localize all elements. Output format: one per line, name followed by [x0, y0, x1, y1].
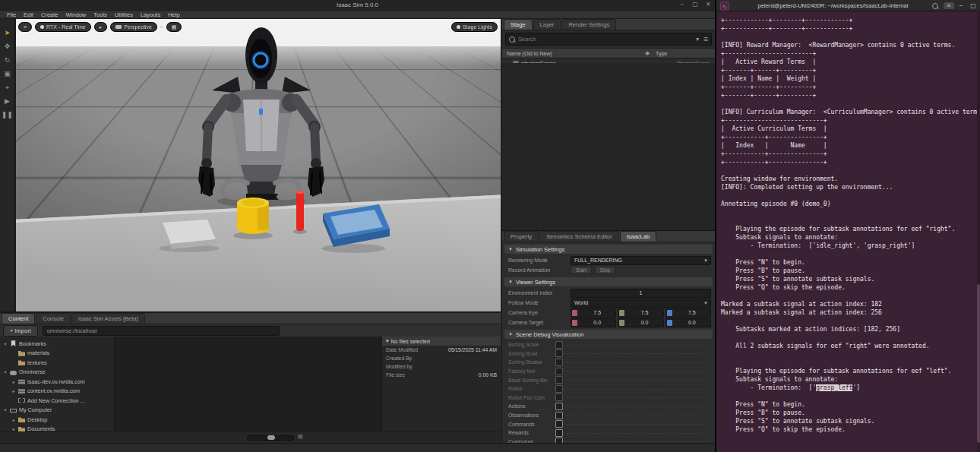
- content-browser-panel: ContentConsoleIsaac Sim Assets [Beta] + …: [0, 311, 501, 443]
- tree-item-my-computer[interactable]: ▾ My Computer: [0, 406, 114, 416]
- menu-icon[interactable]: ≡: [944, 2, 954, 9]
- stage-tab-layer[interactable]: Layer: [533, 19, 561, 30]
- viewport-menu-button[interactable]: ≡: [18, 22, 32, 32]
- terminal-scrollbar[interactable]: [977, 11, 980, 452]
- terminal-output[interactable]: +------------+--------+------------++---…: [716, 11, 977, 452]
- menu-item-tools[interactable]: Tools: [90, 11, 111, 18]
- renderer-button[interactable]: RTX - Real Time: [35, 22, 91, 32]
- checkbox[interactable]: [555, 376, 563, 384]
- stage-tree-empty-area[interactable]: [502, 63, 715, 230]
- camera-target-x-field[interactable]: 0.0: [571, 318, 616, 327]
- section-viewer-settings[interactable]: ▼ Viewer Settings: [504, 277, 713, 286]
- environment-index-field[interactable]: 1: [571, 289, 711, 298]
- thumbnail-size-slider[interactable]: [247, 435, 294, 441]
- checkbox[interactable]: [555, 438, 563, 443]
- audio-button[interactable]: ▸: [94, 22, 108, 32]
- checkbox[interactable]: [555, 394, 563, 401]
- scale-tool[interactable]: ▣: [4, 71, 11, 77]
- content-tab-content[interactable]: Content: [2, 313, 35, 324]
- camera-eye-y-field[interactable]: 7.5: [618, 308, 663, 318]
- yellow-bowl: [237, 198, 269, 234]
- play-button[interactable]: ▶: [5, 98, 10, 105]
- stage-tab-stage[interactable]: Stage: [504, 19, 533, 30]
- folder-icon: [18, 359, 25, 365]
- tree-item-desktop[interactable]: ▸ Desktop: [0, 415, 114, 425]
- menu-item-help[interactable]: Help: [164, 11, 183, 18]
- menu-item-edit[interactable]: Edit: [20, 11, 37, 18]
- camera-target-z-field[interactable]: 0.0: [665, 318, 711, 327]
- left-column: ➤✥↻▣⌖▶❚❚: [0, 19, 501, 443]
- tree-item-bookmarks[interactable]: ▾ Bookmarks: [0, 339, 114, 349]
- record-stop-button[interactable]: Stop: [595, 266, 615, 274]
- chevron-down-icon: ▼: [508, 280, 513, 284]
- maximize-icon[interactable]: ▢: [968, 2, 978, 9]
- menu-item-window[interactable]: Window: [62, 11, 90, 18]
- stage-tab-render-settings[interactable]: Render Settings: [561, 19, 616, 30]
- section-scene-debug-visualization[interactable]: ▼ Scene Debug Visualization: [504, 330, 713, 339]
- stage-search[interactable]: Search ▼ ☰: [505, 33, 712, 46]
- debug-vis-row-robot-pov-cam: Robot Pov Cam: [502, 394, 715, 403]
- filter-icon[interactable]: ▼: [695, 36, 700, 42]
- menu-bar: FileEditCreateWindowToolsUtilitiesLayout…: [0, 11, 715, 19]
- checkbox[interactable]: [555, 349, 563, 357]
- checkbox[interactable]: [555, 420, 563, 428]
- options-icon[interactable]: ☰: [703, 36, 708, 43]
- record-animation-row: Record Animation Start Stop: [502, 265, 715, 275]
- checkbox[interactable]: [555, 341, 563, 349]
- minimize-icon[interactable]: −: [956, 2, 966, 9]
- section-simulation-settings[interactable]: ▼ Simulation Settings: [504, 245, 713, 254]
- checkbox[interactable]: [555, 412, 563, 419]
- select-tool[interactable]: ➤: [5, 30, 11, 36]
- checkbox[interactable]: [555, 385, 563, 393]
- tree-item-isaac-dev-ov-nvidia-com[interactable]: ▸ isaac-dev.ov.nvidia.com: [0, 377, 114, 387]
- menu-item-layouts[interactable]: Layouts: [137, 11, 164, 18]
- camera-eye-x-field[interactable]: 7.5: [571, 308, 616, 318]
- path-field[interactable]: omniverse://localhost: [43, 326, 280, 336]
- content-tab-console[interactable]: Console: [36, 313, 71, 324]
- menu-item-create[interactable]: Create: [37, 11, 62, 18]
- minimize-icon[interactable]: −: [678, 1, 686, 8]
- terminal-header[interactable]: >_ peterd@peterd-UNI2400R: ~/workspaces/…: [716, 0, 980, 11]
- close-icon[interactable]: ✕: [704, 1, 712, 8]
- content-tab-isaac-sim-assets-beta[interactable]: Isaac Sim Assets [Beta]: [71, 313, 145, 324]
- view-mode-icon[interactable]: ▤: [298, 434, 303, 440]
- property-tab-semantics-schema-editor[interactable]: Semantics Schema Editor: [539, 231, 618, 242]
- x-axis-tag: [572, 320, 577, 326]
- rotate-tool[interactable]: ↻: [5, 57, 11, 64]
- expand-chevron-icon[interactable]: »: [160, 24, 163, 30]
- property-tab-property[interactable]: Property: [504, 231, 539, 242]
- record-start-button[interactable]: Start: [571, 266, 592, 274]
- move-tool[interactable]: ✥: [5, 43, 11, 50]
- viewport-3d[interactable]: ≡ RTX - Real Time ▸ Perspective » ▦ Stag…: [16, 19, 501, 311]
- search-icon: [509, 36, 515, 43]
- camera-target-y-field[interactable]: 0.0: [618, 318, 663, 327]
- tree-item-omniverse[interactable]: ▾ Omniverse: [0, 368, 114, 378]
- camera-button[interactable]: Perspective: [110, 22, 157, 32]
- tree-item-textures[interactable]: textures: [0, 358, 114, 368]
- tree-item-materials[interactable]: materials: [0, 349, 114, 359]
- menu-item-file[interactable]: File: [3, 11, 20, 18]
- snap-tool[interactable]: ⌖: [5, 84, 9, 91]
- tree-item-add-new-connection[interactable]: Add New Connection ...: [0, 396, 114, 406]
- follow-mode-dropdown[interactable]: World ▼: [571, 299, 711, 308]
- checkbox[interactable]: [555, 403, 563, 410]
- checkbox[interactable]: [555, 368, 563, 375]
- search-placeholder: Search: [518, 36, 692, 43]
- import-button[interactable]: + Import: [3, 325, 38, 337]
- file-grid[interactable]: [115, 337, 381, 432]
- viewport-settings-button[interactable]: ▦: [166, 22, 182, 32]
- status-bar: [0, 443, 715, 452]
- maximize-icon[interactable]: ▢: [691, 1, 699, 8]
- isaac-sim-window: Isaac Sim 5.0.0 − ▢ ✕ FileEditCreateWind…: [0, 0, 715, 452]
- pause-button[interactable]: ❚❚: [2, 112, 13, 119]
- camera-eye-row: Camera Eye 7.5 7.5 7.5: [502, 308, 715, 318]
- checkbox[interactable]: [555, 359, 563, 366]
- property-tab-isaaclab[interactable]: IsaacLab: [620, 231, 656, 242]
- camera-eye-z-field[interactable]: 7.5: [665, 308, 711, 318]
- stage-lights-button[interactable]: Stage Lights: [451, 22, 498, 32]
- tree-item-content-ov-nvidia-com[interactable]: ▸ content.ov.nvidia.com: [0, 387, 114, 397]
- checkbox[interactable]: [555, 429, 563, 437]
- rendering-mode-dropdown[interactable]: FULL_RENDERING ▼: [571, 256, 711, 265]
- search-icon[interactable]: [930, 2, 940, 9]
- menu-item-utilities[interactable]: Utilities: [111, 11, 137, 18]
